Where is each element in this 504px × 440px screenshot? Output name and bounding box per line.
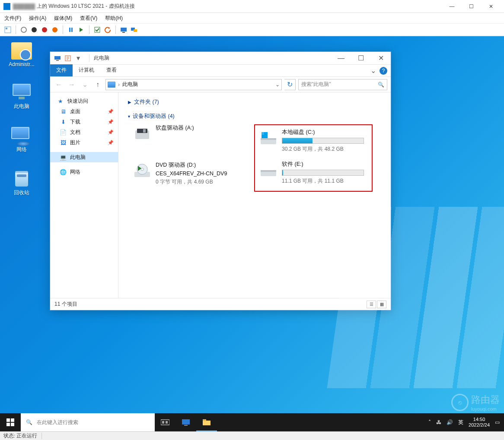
- taskbar-app-explorer[interactable]: [196, 413, 217, 431]
- taskbar-time: 14:50: [469, 417, 490, 422]
- qat-dropdown-icon[interactable]: ▾: [73, 54, 83, 63]
- explorer-addressbar-row: ← → ⌄ ↑ › 此电脑 ⌄ ↻ 搜索"此电脑" 🔍: [50, 77, 391, 92]
- nav-thispc[interactable]: 💻此电脑: [50, 152, 118, 162]
- qat-pc-icon[interactable]: [53, 54, 62, 63]
- save-icon[interactable]: [51, 25, 59, 34]
- group-drives[interactable]: ▾设备和驱动器 (4): [124, 110, 385, 124]
- explorer-close-button[interactable]: ✕: [371, 52, 391, 65]
- addr-dropdown-icon[interactable]: ⌄: [275, 82, 280, 88]
- svg-rect-32: [11, 418, 14, 422]
- enhanced-session-icon[interactable]: [119, 25, 128, 34]
- explorer-minimize-button[interactable]: —: [331, 52, 351, 65]
- svg-rect-1: [6, 28, 7, 29]
- vm-hostname-blurred: ██████: [13, 3, 35, 9]
- address-bar[interactable]: › 此电脑 ⌄: [105, 79, 282, 90]
- hyperv-menu: 文件(F) 操作(A) 媒体(M) 查看(V) 帮助(H): [0, 13, 504, 23]
- menu-help[interactable]: 帮助(H): [105, 15, 123, 22]
- minimize-button[interactable]: —: [442, 0, 462, 13]
- menu-view[interactable]: 查看(V): [80, 15, 97, 22]
- start-icon[interactable]: [19, 25, 28, 34]
- svg-rect-6: [69, 28, 70, 32]
- nav-network[interactable]: 🌐网络: [50, 167, 118, 177]
- nav-back-button[interactable]: ←: [54, 79, 64, 90]
- drive-e[interactable]: 软件 (E:) 11.1 GB 可用，共 11.1 GB: [259, 161, 367, 185]
- group-folders[interactable]: ▶文件夹 (7): [124, 96, 385, 110]
- qat-properties-icon[interactable]: [63, 54, 73, 63]
- nav-up-button[interactable]: ↑: [93, 79, 103, 90]
- taskbar-app-hyperv[interactable]: [175, 413, 196, 431]
- ribbon-expand-icon[interactable]: ⌄: [370, 66, 376, 75]
- desktop-icon-thispc[interactable]: 此电脑: [5, 84, 38, 110]
- ime-indicator[interactable]: 英: [458, 419, 463, 426]
- svg-point-3: [32, 27, 37, 32]
- svg-point-5: [52, 27, 57, 32]
- drive-subtext: 11.1 GB 可用，共 11.1 GB: [282, 177, 367, 185]
- explorer-titlebar[interactable]: ▾ 此电脑 — ☐ ✕: [50, 52, 391, 65]
- pc-icon: 💻: [60, 154, 67, 161]
- menu-action[interactable]: 操作(A): [29, 15, 46, 22]
- hdd-icon: [259, 161, 278, 179]
- refresh-button[interactable]: ↻: [284, 79, 296, 90]
- nav-quickaccess[interactable]: ★快速访问: [50, 96, 118, 106]
- taskbar-search[interactable]: 🔍 在此键入进行搜索: [21, 413, 155, 431]
- breadcrumb[interactable]: 此电脑: [122, 81, 138, 88]
- nav-downloads[interactable]: ⬇下载📌: [50, 117, 118, 127]
- hyperv-icon: [3, 3, 10, 10]
- ribbon-tab-file[interactable]: 文件: [50, 64, 73, 76]
- help-icon[interactable]: ?: [380, 67, 387, 75]
- nav-recent-button[interactable]: ⌄: [80, 79, 90, 90]
- close-button[interactable]: ✕: [481, 0, 501, 13]
- svg-rect-37: [166, 421, 168, 424]
- search-icon[interactable]: 🔍: [378, 82, 384, 88]
- svg-rect-24: [262, 132, 264, 135]
- drive-c[interactable]: 本地磁盘 (C:) 30.2 GB 可用，共 48.2 GB: [259, 129, 367, 153]
- svg-rect-39: [184, 425, 188, 426]
- taskview-button[interactable]: [155, 413, 175, 431]
- svg-rect-20: [143, 129, 146, 133]
- menu-media[interactable]: 媒体(M): [54, 15, 72, 22]
- start-button[interactable]: [0, 413, 21, 431]
- tray-overflow-icon[interactable]: ˄: [428, 419, 431, 425]
- checkpoint-icon[interactable]: [93, 25, 102, 34]
- view-details-button[interactable]: ☰: [367, 301, 376, 308]
- share-icon[interactable]: [130, 25, 138, 34]
- drive-name: 软件 (E:): [282, 161, 367, 168]
- taskbar-clock[interactable]: 14:50 2022/2/24: [469, 417, 490, 428]
- hyperv-statusbar: 状态: 正在运行: [0, 431, 504, 440]
- pin-icon: 📌: [108, 140, 114, 146]
- nav-pictures[interactable]: 🖼图片📌: [50, 137, 118, 148]
- maximize-button[interactable]: ☐: [462, 0, 481, 13]
- svg-rect-7: [71, 28, 73, 32]
- volume-tray-icon[interactable]: 🔊: [447, 419, 453, 425]
- ribbon-tab-view[interactable]: 查看: [100, 64, 123, 76]
- turnoff-icon[interactable]: [30, 25, 38, 34]
- desktop-icon-network[interactable]: 网络: [5, 127, 38, 153]
- menu-file[interactable]: 文件(F): [4, 15, 21, 22]
- network-tray-icon[interactable]: 🖧: [436, 419, 441, 425]
- addr-pc-icon: [108, 82, 115, 88]
- view-icons-button[interactable]: ▦: [377, 301, 386, 308]
- desktop-icon-recyclebin[interactable]: 回收站: [5, 170, 38, 196]
- drive-dvd-d[interactable]: DVD 驱动器 (D:) CES_X64FREV_ZH-CN_DV9 0 字节 …: [133, 161, 241, 196]
- svg-marker-8: [80, 28, 83, 32]
- document-icon: 📄: [60, 129, 67, 136]
- nav-desktop[interactable]: 🖥桌面📌: [50, 106, 118, 117]
- windows-icon: [6, 418, 14, 426]
- search-input[interactable]: 搜索"此电脑" 🔍: [298, 79, 387, 90]
- ctrl-alt-del-icon[interactable]: [3, 25, 12, 34]
- watermark-sub: luyouqi.com: [471, 406, 500, 412]
- desktop-icon-label: 此电脑: [5, 103, 38, 110]
- drive-subtext: 0 字节 可用，共 4.69 GB: [156, 178, 241, 186]
- ribbon-tab-computer[interactable]: 计算机: [73, 64, 100, 76]
- revert-icon[interactable]: [103, 25, 112, 34]
- vm-desktop[interactable]: Administr... 此电脑 网络 回收站 ▾ 此电脑 — ☐ ✕ 文件 计…: [0, 36, 504, 431]
- reset-icon[interactable]: [77, 25, 86, 34]
- nav-documents[interactable]: 📄文档📌: [50, 127, 118, 137]
- explorer-maximize-button[interactable]: ☐: [351, 52, 371, 65]
- nav-forward-button[interactable]: →: [67, 79, 77, 90]
- desktop-icon-admin[interactable]: Administr...: [5, 42, 38, 67]
- action-center-icon[interactable]: ▭: [495, 419, 500, 425]
- svg-rect-41: [203, 419, 206, 421]
- shutdown-icon[interactable]: [40, 25, 49, 34]
- pause-icon[interactable]: [67, 25, 75, 34]
